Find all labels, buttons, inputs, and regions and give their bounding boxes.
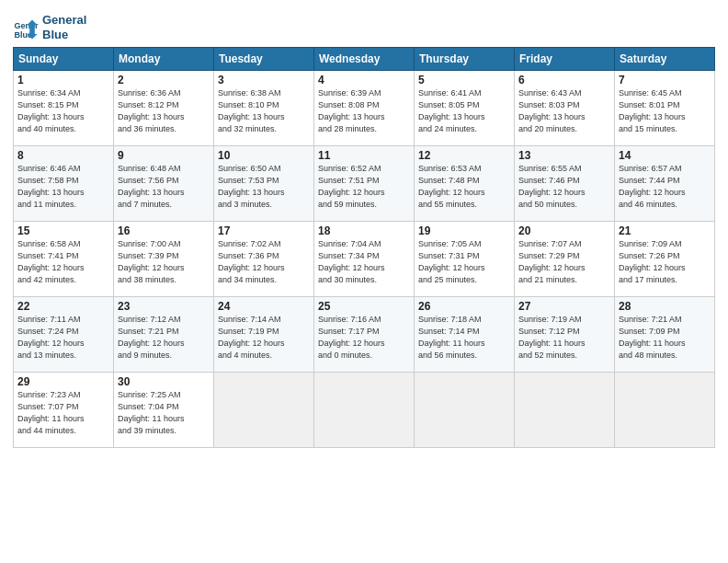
day-info: Sunrise: 7:05 AM Sunset: 7:31 PM Dayligh… bbox=[418, 238, 510, 286]
calendar-cell: 1Sunrise: 6:34 AM Sunset: 8:15 PM Daylig… bbox=[14, 71, 114, 146]
day-number: 4 bbox=[318, 74, 410, 86]
day-number: 29 bbox=[17, 375, 109, 388]
calendar-cell bbox=[314, 373, 415, 448]
day-info: Sunrise: 7:25 AM Sunset: 7:04 PM Dayligh… bbox=[118, 389, 210, 437]
logo-text: GeneralBlue bbox=[42, 13, 86, 41]
calendar-cell: 7Sunrise: 6:45 AM Sunset: 8:01 PM Daylig… bbox=[615, 71, 715, 146]
logo-icon: General Blue bbox=[13, 15, 39, 40]
day-number: 19 bbox=[418, 224, 510, 237]
calendar-cell: 22Sunrise: 7:11 AM Sunset: 7:24 PM Dayli… bbox=[14, 297, 114, 373]
day-number: 18 bbox=[318, 224, 410, 237]
calendar-cell: 16Sunrise: 7:00 AM Sunset: 7:39 PM Dayli… bbox=[114, 222, 214, 297]
day-number: 16 bbox=[118, 224, 210, 237]
calendar-cell: 27Sunrise: 7:19 AM Sunset: 7:12 PM Dayli… bbox=[515, 297, 615, 373]
calendar-cell: 23Sunrise: 7:12 AM Sunset: 7:21 PM Dayli… bbox=[114, 297, 214, 373]
col-header-monday: Monday bbox=[114, 48, 214, 71]
calendar-cell: 20Sunrise: 7:07 AM Sunset: 7:29 PM Dayli… bbox=[515, 222, 615, 297]
calendar-cell: 21Sunrise: 7:09 AM Sunset: 7:26 PM Dayli… bbox=[615, 222, 715, 297]
day-number: 22 bbox=[17, 300, 109, 313]
day-info: Sunrise: 7:07 AM Sunset: 7:29 PM Dayligh… bbox=[518, 238, 610, 286]
calendar-cell: 4Sunrise: 6:39 AM Sunset: 8:08 PM Daylig… bbox=[314, 71, 415, 146]
logo: General Blue GeneralBlue bbox=[13, 13, 86, 41]
day-number: 30 bbox=[118, 375, 210, 388]
day-info: Sunrise: 6:36 AM Sunset: 8:12 PM Dayligh… bbox=[118, 87, 210, 135]
day-info: Sunrise: 7:09 AM Sunset: 7:26 PM Dayligh… bbox=[619, 238, 711, 286]
calendar-container: General Blue GeneralBlue SundayMondayTue… bbox=[0, 0, 728, 454]
header-row: General Blue GeneralBlue bbox=[13, 9, 715, 41]
day-info: Sunrise: 6:34 AM Sunset: 8:15 PM Dayligh… bbox=[17, 87, 109, 135]
day-number: 28 bbox=[619, 300, 711, 313]
calendar-cell: 5Sunrise: 6:41 AM Sunset: 8:05 PM Daylig… bbox=[415, 71, 515, 146]
calendar-cell: 3Sunrise: 6:38 AM Sunset: 8:10 PM Daylig… bbox=[214, 71, 314, 146]
day-number: 14 bbox=[619, 149, 711, 162]
calendar-cell bbox=[415, 373, 515, 448]
calendar-cell bbox=[515, 373, 615, 448]
calendar-cell: 15Sunrise: 6:58 AM Sunset: 7:41 PM Dayli… bbox=[14, 222, 114, 297]
day-number: 20 bbox=[518, 224, 610, 237]
calendar-table: SundayMondayTuesdayWednesdayThursdayFrid… bbox=[13, 47, 715, 448]
day-number: 11 bbox=[318, 149, 410, 162]
day-info: Sunrise: 6:58 AM Sunset: 7:41 PM Dayligh… bbox=[17, 238, 109, 286]
day-info: Sunrise: 7:16 AM Sunset: 7:17 PM Dayligh… bbox=[318, 314, 410, 362]
calendar-cell: 6Sunrise: 6:43 AM Sunset: 8:03 PM Daylig… bbox=[515, 71, 615, 146]
day-number: 25 bbox=[318, 300, 410, 313]
day-info: Sunrise: 6:48 AM Sunset: 7:56 PM Dayligh… bbox=[118, 163, 210, 211]
day-number: 23 bbox=[118, 300, 210, 313]
day-info: Sunrise: 6:57 AM Sunset: 7:44 PM Dayligh… bbox=[619, 163, 711, 211]
day-info: Sunrise: 6:52 AM Sunset: 7:51 PM Dayligh… bbox=[318, 163, 410, 211]
day-number: 8 bbox=[17, 149, 109, 162]
day-number: 21 bbox=[619, 224, 711, 237]
calendar-cell: 13Sunrise: 6:55 AM Sunset: 7:46 PM Dayli… bbox=[515, 146, 615, 222]
day-info: Sunrise: 6:41 AM Sunset: 8:05 PM Dayligh… bbox=[418, 87, 510, 135]
day-info: Sunrise: 6:43 AM Sunset: 8:03 PM Dayligh… bbox=[518, 87, 610, 135]
calendar-cell bbox=[615, 373, 715, 448]
week-row: 29Sunrise: 7:23 AM Sunset: 7:07 PM Dayli… bbox=[14, 373, 715, 448]
day-number: 27 bbox=[518, 300, 610, 313]
day-number: 17 bbox=[218, 224, 310, 237]
header-row-days: SundayMondayTuesdayWednesdayThursdayFrid… bbox=[14, 48, 715, 71]
day-info: Sunrise: 6:45 AM Sunset: 8:01 PM Dayligh… bbox=[619, 87, 711, 135]
day-info: Sunrise: 6:53 AM Sunset: 7:48 PM Dayligh… bbox=[418, 163, 510, 211]
day-info: Sunrise: 7:21 AM Sunset: 7:09 PM Dayligh… bbox=[619, 314, 711, 362]
day-info: Sunrise: 7:11 AM Sunset: 7:24 PM Dayligh… bbox=[17, 314, 109, 362]
day-number: 10 bbox=[218, 149, 310, 162]
day-number: 26 bbox=[418, 300, 510, 313]
day-info: Sunrise: 7:00 AM Sunset: 7:39 PM Dayligh… bbox=[118, 238, 210, 286]
week-row: 22Sunrise: 7:11 AM Sunset: 7:24 PM Dayli… bbox=[14, 297, 715, 373]
day-info: Sunrise: 7:23 AM Sunset: 7:07 PM Dayligh… bbox=[17, 389, 109, 437]
calendar-cell bbox=[214, 373, 314, 448]
calendar-cell: 19Sunrise: 7:05 AM Sunset: 7:31 PM Dayli… bbox=[415, 222, 515, 297]
calendar-cell: 2Sunrise: 6:36 AM Sunset: 8:12 PM Daylig… bbox=[114, 71, 214, 146]
day-info: Sunrise: 6:39 AM Sunset: 8:08 PM Dayligh… bbox=[318, 87, 410, 135]
day-number: 24 bbox=[218, 300, 310, 313]
col-header-tuesday: Tuesday bbox=[214, 48, 314, 71]
day-number: 1 bbox=[17, 74, 109, 86]
day-number: 12 bbox=[418, 149, 510, 162]
day-number: 6 bbox=[518, 74, 610, 86]
calendar-cell: 10Sunrise: 6:50 AM Sunset: 7:53 PM Dayli… bbox=[214, 146, 314, 222]
col-header-wednesday: Wednesday bbox=[314, 48, 415, 71]
calendar-cell: 17Sunrise: 7:02 AM Sunset: 7:36 PM Dayli… bbox=[214, 222, 314, 297]
day-number: 2 bbox=[118, 74, 210, 86]
col-header-friday: Friday bbox=[515, 48, 615, 71]
day-info: Sunrise: 7:14 AM Sunset: 7:19 PM Dayligh… bbox=[218, 314, 310, 362]
day-info: Sunrise: 6:50 AM Sunset: 7:53 PM Dayligh… bbox=[218, 163, 310, 211]
day-info: Sunrise: 6:38 AM Sunset: 8:10 PM Dayligh… bbox=[218, 87, 310, 135]
col-header-thursday: Thursday bbox=[415, 48, 515, 71]
day-number: 3 bbox=[218, 74, 310, 86]
week-row: 15Sunrise: 6:58 AM Sunset: 7:41 PM Dayli… bbox=[14, 222, 715, 297]
day-info: Sunrise: 6:55 AM Sunset: 7:46 PM Dayligh… bbox=[518, 163, 610, 211]
calendar-cell: 26Sunrise: 7:18 AM Sunset: 7:14 PM Dayli… bbox=[415, 297, 515, 373]
calendar-cell: 8Sunrise: 6:46 AM Sunset: 7:58 PM Daylig… bbox=[14, 146, 114, 222]
day-number: 7 bbox=[619, 74, 711, 86]
calendar-cell: 11Sunrise: 6:52 AM Sunset: 7:51 PM Dayli… bbox=[314, 146, 415, 222]
calendar-cell: 28Sunrise: 7:21 AM Sunset: 7:09 PM Dayli… bbox=[615, 297, 715, 373]
day-number: 15 bbox=[17, 224, 109, 237]
week-row: 8Sunrise: 6:46 AM Sunset: 7:58 PM Daylig… bbox=[14, 146, 715, 222]
col-header-saturday: Saturday bbox=[615, 48, 715, 71]
calendar-cell: 14Sunrise: 6:57 AM Sunset: 7:44 PM Dayli… bbox=[615, 146, 715, 222]
calendar-cell: 18Sunrise: 7:04 AM Sunset: 7:34 PM Dayli… bbox=[314, 222, 415, 297]
calendar-cell: 29Sunrise: 7:23 AM Sunset: 7:07 PM Dayli… bbox=[14, 373, 114, 448]
day-info: Sunrise: 6:46 AM Sunset: 7:58 PM Dayligh… bbox=[17, 163, 109, 211]
day-info: Sunrise: 7:02 AM Sunset: 7:36 PM Dayligh… bbox=[218, 238, 310, 286]
